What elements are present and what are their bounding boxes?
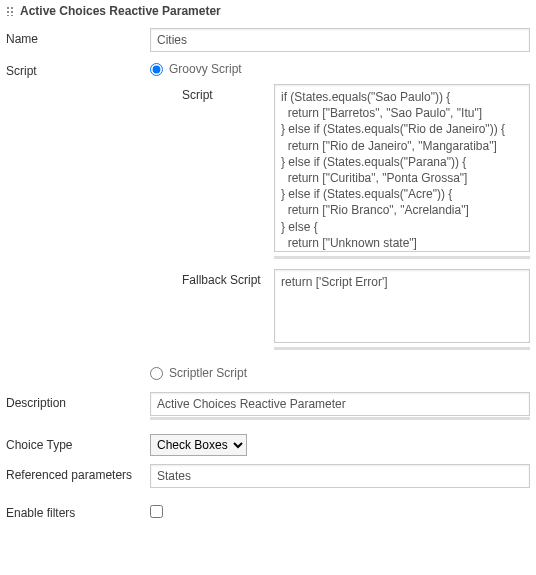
radio-row-scriptler: Scriptler Script [150,354,530,384]
ref-params-input[interactable] [150,464,530,488]
nested-script: Script if (States.equals("Sao Paulo")) {… [150,84,530,259]
script-textarea[interactable]: if (States.equals("Sao Paulo")) { return… [274,84,530,252]
row-enable-filters: Enable filters [0,498,536,525]
radio-row-groovy: Groovy Script [150,60,530,84]
enable-filters-checkbox[interactable] [150,505,163,518]
label-enable-filters: Enable filters [6,502,150,520]
name-input[interactable] [150,28,530,52]
label-name: Name [6,28,150,46]
scriptler-radio-label: Scriptler Script [169,366,247,380]
label-script: Script [6,60,150,78]
drag-handle-icon[interactable] [6,6,14,16]
label-description: Description [6,392,150,410]
row-ref-params: Referenced parameters [0,460,536,492]
row-name: Name [0,24,536,56]
label-subscript: Script [182,84,274,102]
scriptler-radio[interactable] [150,367,163,380]
label-choice-type: Choice Type [6,434,150,452]
accent-bar [274,256,530,259]
fallback-textarea[interactable]: return ['Script Error'] [274,269,530,343]
section-title: Active Choices Reactive Parameter [20,4,221,18]
choice-type-select[interactable]: Check Boxes [150,434,247,456]
accent-bar [274,347,530,350]
section-header: Active Choices Reactive Parameter [0,0,536,24]
row-script: Script Groovy Script Script if (States.e… [0,56,536,388]
label-fallback: Fallback Script [182,269,274,287]
row-description: Description [0,388,536,424]
description-input[interactable] [150,392,530,416]
accent-bar [150,417,530,420]
label-ref-params: Referenced parameters [6,464,150,482]
groovy-radio[interactable] [150,63,163,76]
row-choice-type: Choice Type Check Boxes [0,430,536,460]
groovy-radio-label: Groovy Script [169,62,242,76]
nested-fallback: Fallback Script return ['Script Error'] [150,269,530,350]
